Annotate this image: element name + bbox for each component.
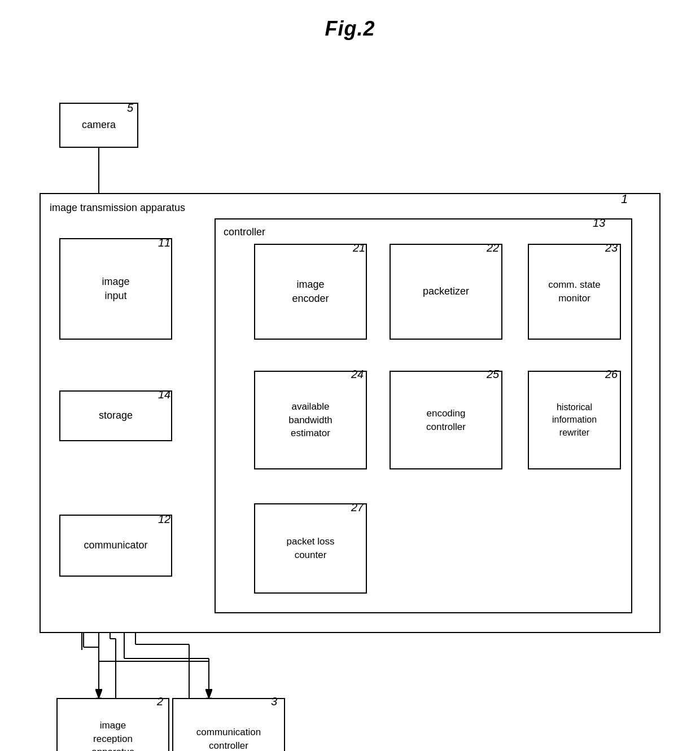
packetizer-label: packetizer — [423, 284, 469, 298]
bandwidth-estimator-box: available bandwidth estimator — [254, 371, 367, 469]
comm-state-monitor-ref: 23 — [605, 241, 618, 254]
storage-ref: 14 — [158, 388, 170, 401]
image-reception-ref: 2 — [157, 695, 163, 708]
image-transmission-ref: 1 — [621, 192, 628, 207]
communicator-box: communicator — [59, 515, 172, 577]
comm-controller-ref: 3 — [271, 695, 277, 708]
communicator-ref: 12 — [158, 513, 170, 526]
image-reception-box: image reception apparatus — [56, 698, 169, 751]
image-encoder-box: image encoder — [254, 244, 367, 340]
camera-box: camera — [59, 103, 138, 148]
camera-label: camera — [82, 118, 116, 132]
comm-controller-box: communication controller — [172, 698, 285, 751]
encoding-controller-label: encoding controller — [426, 407, 466, 434]
historical-rewriter-label: historical information rewriter — [552, 401, 597, 439]
packet-loss-counter-box: packet loss counter — [254, 503, 367, 594]
camera-ref: 5 — [127, 102, 133, 115]
controller-ref: 13 — [593, 217, 605, 230]
communicator-label: communicator — [84, 538, 147, 552]
packet-loss-counter-ref: 27 — [351, 501, 364, 514]
bandwidth-estimator-ref: 24 — [351, 368, 364, 381]
comm-state-monitor-label: comm. state monitor — [548, 278, 601, 305]
image-input-label: image input — [102, 275, 129, 303]
page-title: Fig.2 — [0, 0, 700, 52]
image-encoder-label: image encoder — [292, 278, 329, 306]
bandwidth-estimator-label: available bandwidth estimator — [288, 400, 333, 440]
storage-label: storage — [99, 409, 133, 423]
packet-loss-counter-label: packet loss counter — [286, 535, 334, 562]
historical-rewriter-box: historical information rewriter — [528, 371, 621, 469]
image-reception-label: image reception apparatus — [91, 719, 134, 751]
encoding-controller-box: encoding controller — [390, 371, 502, 469]
packetizer-box: packetizer — [390, 244, 502, 340]
historical-rewriter-ref: 26 — [605, 368, 618, 381]
storage-box: storage — [59, 390, 172, 441]
image-input-ref: 11 — [158, 236, 170, 249]
encoding-controller-ref: 25 — [487, 368, 499, 381]
packetizer-ref: 22 — [487, 241, 499, 254]
comm-controller-label: communication controller — [196, 726, 261, 751]
image-transmission-label: image transmission apparatus — [50, 201, 185, 215]
image-encoder-ref: 21 — [353, 241, 365, 254]
comm-state-monitor-box: comm. state monitor — [528, 244, 621, 340]
controller-label: controller — [224, 225, 265, 239]
image-input-box: image input — [59, 238, 172, 340]
